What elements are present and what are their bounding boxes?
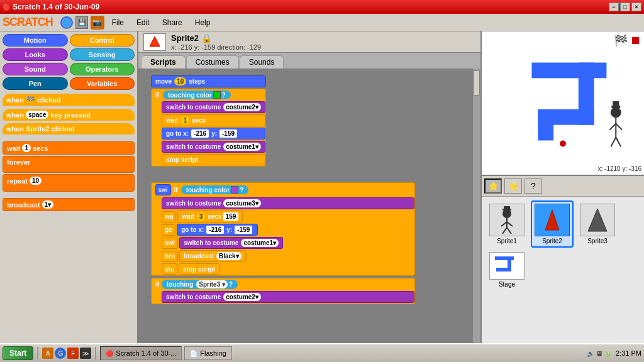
flashing-taskbar-icon: 📄 <box>190 350 197 357</box>
stage-area: 🏁 ⏹ x: -1210 y: -316 <box>482 31 644 176</box>
sprite2-thumb <box>535 204 570 236</box>
svg-point-6 <box>611 107 621 118</box>
titlebar: 🔴 Scratch 1.4 of 30-Jun-09 − □ × <box>0 0 644 14</box>
sprite-card-sprite3[interactable]: Sprite3 <box>576 200 619 248</box>
svg-line-20 <box>507 228 511 234</box>
tray-icon2: 🖥 <box>596 350 602 357</box>
goto-block[interactable]: go to x: -216 y: -159 <box>162 128 265 140</box>
switch-costume-2-block[interactable]: switch to costume costume2▾ <box>162 101 265 113</box>
sound-category[interactable]: Sound <box>3 63 68 75</box>
sprite-name: Sprite2 <box>171 33 199 43</box>
svg-line-17 <box>501 222 507 226</box>
wait-1-block[interactable]: wait 1 secs <box>162 114 265 126</box>
stop-script-2-block[interactable]: stop script <box>179 263 219 275</box>
sensing-category[interactable]: Sensing <box>70 48 135 61</box>
sprite2-label: Sprite2 <box>542 238 562 244</box>
sprite-list: Sprite1 Sprite2 Sprite3 <box>482 197 644 361</box>
goto-2-block[interactable]: go to x: -216 y: -159 <box>177 224 258 236</box>
second-if-group: swi if touching color ? switch to costum… <box>151 182 415 305</box>
scroll-thumb[interactable] <box>474 70 480 96</box>
variables-category[interactable]: Variables <box>70 77 135 90</box>
stage-canvas[interactable]: 🏁 ⏹ x: -1210 y: -316 <box>482 31 644 175</box>
stop-button[interactable]: ⏹ <box>630 34 641 48</box>
stage-label: Stage <box>499 281 515 288</box>
quicklaunch-icon3[interactable]: F <box>67 348 79 359</box>
menu-file[interactable]: File <box>107 17 129 28</box>
camera-icon[interactable]: 📷 <box>91 16 104 30</box>
tab-sounds[interactable]: Sounds <box>240 55 284 69</box>
when-key-pressed-block[interactable]: when space key pressed <box>3 109 135 121</box>
svg-rect-2 <box>531 63 606 79</box>
script-tabs: Scripts Costumes Sounds <box>138 53 480 69</box>
switch-costume-2b-block[interactable]: switch to costume costume2▾ <box>162 291 414 303</box>
sprite3-label: Sprite3 <box>587 238 608 244</box>
broadcast-black-block[interactable]: broadcast Black▾ <box>179 250 245 262</box>
taskbar-flashing-app[interactable]: 📄 Flashing <box>184 346 232 360</box>
sprite-card-sprite2[interactable]: Sprite2 <box>531 200 574 248</box>
switch-costume-1b-block[interactable]: switch to costume costume1▾ <box>179 237 283 249</box>
when-flag-clicked-block[interactable]: when 🏁 clicked <box>3 94 135 106</box>
quicklaunch-icon2[interactable]: G <box>55 348 66 359</box>
globe-icon[interactable]: 🌐 <box>60 16 73 29</box>
minimize-button[interactable]: − <box>609 3 619 11</box>
taskbar-scratch-app[interactable]: 🔴 Scratch 1.4 of 30-... <box>100 346 182 360</box>
if-touching-color-block[interactable]: if touching color ? switch to costume co… <box>151 89 266 167</box>
switch-costume-3-block[interactable]: switch to costume costume3▾ <box>162 197 414 209</box>
sprite3-thumb <box>580 204 615 236</box>
svg-marker-23 <box>545 210 559 230</box>
operators-category[interactable]: Operators <box>70 63 135 75</box>
svg-line-18 <box>507 222 513 226</box>
menu-edit[interactable]: Edit <box>131 17 155 28</box>
stage-coords: x: -1210 y: -316 <box>598 165 641 172</box>
start-button[interactable]: Start <box>3 346 33 360</box>
main-area: Motion Control Looks Sensing Sound Opera… <box>0 31 644 361</box>
svg-rect-1 <box>482 31 644 175</box>
control-category[interactable]: Control <box>70 34 135 47</box>
broadcast-block[interactable]: broadcast 1▾ <box>3 198 135 211</box>
repeat-block[interactable]: repeat 10 <box>3 174 135 192</box>
maximize-button[interactable]: □ <box>620 3 630 11</box>
scratch-taskbar-icon: 🔴 <box>106 350 113 357</box>
tray-icon1: 🔊 <box>587 350 594 357</box>
quicklaunch-icon1[interactable]: A <box>42 348 53 359</box>
stage-card[interactable]: Stage <box>486 250 528 290</box>
switch-costume-1-block[interactable]: switch to costume costume1▾ <box>162 141 265 153</box>
svg-line-19 <box>502 228 507 234</box>
save-icon[interactable]: 💾 <box>75 16 88 29</box>
svg-rect-22 <box>504 206 510 210</box>
sprite-card-sprite1[interactable]: Sprite1 <box>486 200 528 248</box>
scrollbar[interactable] <box>473 69 480 361</box>
menu-help[interactable]: Help <box>190 17 216 28</box>
pen-category[interactable]: Pen <box>3 77 68 90</box>
wait-block[interactable]: wait 1 secs <box>3 141 135 155</box>
taskbar-separator <box>37 347 38 359</box>
close-button[interactable]: × <box>631 3 641 11</box>
third-if-block[interactable]: if touching Sprite3 ▾ ? switch to costum… <box>151 278 415 304</box>
window-controls[interactable]: − □ × <box>609 3 641 11</box>
forever-block[interactable]: forever <box>3 156 135 173</box>
svg-marker-24 <box>588 209 607 231</box>
toolbar-help-btn[interactable]: ? <box>525 178 542 194</box>
wait-3-block[interactable]: wait 3 secs 159 <box>177 211 243 222</box>
toolbar-pointer-btn[interactable]: ⭐ <box>484 178 502 194</box>
flashing-taskbar-label: Flashing <box>200 349 226 357</box>
green-flag-button[interactable]: 🏁 <box>614 34 628 48</box>
svg-point-14 <box>560 140 566 146</box>
menu-share[interactable]: Share <box>157 17 187 28</box>
looks-category[interactable]: Looks <box>3 48 68 61</box>
tab-costumes[interactable]: Costumes <box>186 55 239 69</box>
lock-icon: 🔒 <box>201 33 212 43</box>
tab-scripts[interactable]: Scripts <box>141 55 186 69</box>
quick-launch: A G F ≫ <box>42 348 91 359</box>
second-if-block[interactable]: swi if touching color ? switch to costum… <box>151 182 415 276</box>
quicklaunch-icon4[interactable]: ≫ <box>80 348 91 359</box>
script-canvas[interactable]: move 10 steps if touching color ? switch… <box>138 69 480 361</box>
toolbar-star-btn[interactable]: ⭐ <box>504 178 522 194</box>
menubar: SCRATCH 🌐 💾 📷 File Edit Share Help <box>0 14 644 31</box>
when-sprite-clicked-block[interactable]: when Sprite2 clicked <box>3 123 135 134</box>
move-block[interactable]: move 10 steps <box>151 75 266 87</box>
motion-category[interactable]: Motion <box>3 34 68 47</box>
stop-script-1-block[interactable]: stop script <box>162 154 265 165</box>
sprite-header: Sprite2 🔒 x: -216 y: -159 direction: -12… <box>138 31 480 53</box>
svg-marker-0 <box>150 36 160 47</box>
